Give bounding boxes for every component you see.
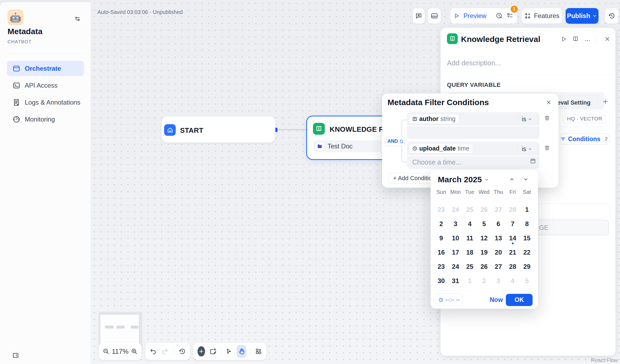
calendar-day[interactable]: 9 [434, 231, 448, 245]
description-placeholder[interactable]: Add description... [447, 59, 501, 67]
redo-icon[interactable] [161, 348, 168, 355]
calendar-day[interactable]: 15 [520, 231, 534, 245]
start-output-port[interactable] [275, 128, 277, 132]
calendar-day[interactable]: 23 [434, 259, 448, 274]
collapse-sidebar-button[interactable] [12, 351, 20, 359]
publish-button[interactable]: Publish [566, 8, 598, 24]
add-node-button[interactable] [198, 346, 205, 356]
comparator-dropdown[interactable]: is [522, 145, 532, 153]
hand-tool-button[interactable] [237, 345, 246, 358]
condition-field-name: upload_date [419, 145, 456, 152]
app-settings-button[interactable] [73, 15, 82, 23]
zoom-level[interactable]: 117% [112, 348, 128, 355]
calendar-icon[interactable] [530, 158, 536, 164]
prev-month-button[interactable] [509, 177, 515, 182]
close-panel-button[interactable] [604, 36, 611, 42]
calendar-day[interactable]: 27 [491, 259, 505, 274]
calendar-day[interactable]: 17 [448, 245, 463, 259]
chevron-down-icon [484, 177, 489, 182]
calendar-day[interactable]: 21 [505, 245, 520, 259]
env-variables-button[interactable]: ENV [428, 8, 441, 24]
now-button[interactable]: Now [490, 296, 503, 304]
checklist-icon[interactable] [506, 12, 513, 19]
knowledge-doc-item[interactable]: Test Doc [313, 140, 381, 152]
chat-variable-button[interactable] [413, 8, 425, 24]
calendar-day[interactable]: 1 [520, 202, 534, 217]
calendar-day[interactable]: 5 [477, 217, 491, 231]
calendar-day[interactable]: 4 [463, 217, 477, 231]
ok-button[interactable]: OK [506, 294, 533, 306]
calendar-day[interactable]: 28 [505, 202, 520, 217]
calendar-day[interactable]: 2 [477, 274, 491, 288]
calendar-day[interactable]: 24 [448, 202, 463, 217]
organize-blocks-icon[interactable] [255, 348, 262, 355]
calendar-day[interactable]: 31 [448, 274, 463, 288]
calendar-day[interactable]: 3 [491, 274, 505, 288]
calendar-day[interactable]: 12 [477, 231, 491, 245]
calendar-day[interactable]: 4 [505, 274, 520, 288]
calendar-day[interactable]: 20 [491, 245, 505, 259]
calendar-day[interactable]: 18 [463, 245, 477, 259]
calendar-day[interactable]: 28 [505, 259, 520, 274]
calendar-day[interactable]: 23 [434, 202, 448, 217]
zoom-out-icon[interactable] [103, 348, 110, 355]
sidebar-item-api-access[interactable]: API Access [7, 78, 84, 93]
play-icon[interactable] [454, 13, 460, 19]
calendar-day[interactable]: 3 [448, 217, 463, 231]
add-note-icon[interactable] [209, 348, 217, 355]
comparator-dropdown[interactable]: is [522, 116, 532, 123]
pointer-tool-icon[interactable] [226, 348, 232, 355]
calendar-day-today[interactable]: 14 [505, 231, 520, 245]
metadata-conditions-button[interactable]: Conditions 2 [560, 133, 610, 145]
undo-icon[interactable] [150, 348, 157, 355]
add-knowledge-button[interactable] [602, 98, 609, 105]
calendar-day[interactable]: 6 [491, 217, 505, 231]
delete-condition-button[interactable] [544, 145, 550, 151]
calendar-day[interactable]: 25 [463, 202, 477, 217]
more-options-button[interactable] [584, 37, 591, 44]
calendar-day[interactable]: 26 [477, 202, 491, 217]
app-avatar[interactable]: 🤖 [8, 9, 23, 25]
comparator-divider [518, 116, 518, 123]
calendar-day[interactable]: 10 [448, 231, 463, 245]
calendar-day[interactable]: 26 [477, 259, 491, 274]
calendar-day[interactable]: 5 [520, 274, 534, 288]
condition-field-chip[interactable]: upload_date time [409, 144, 473, 154]
calendar-day[interactable]: 30 [434, 274, 448, 288]
tools-divider [251, 347, 251, 355]
calendar-day[interactable]: 29 [520, 259, 534, 274]
sidebar-item-monitoring[interactable]: Monitoring [7, 112, 84, 127]
calendar-day[interactable]: 25 [463, 259, 477, 274]
calendar-day[interactable]: 11 [463, 231, 477, 245]
docs-button[interactable] [572, 36, 579, 42]
version-history-button[interactable] [605, 8, 618, 24]
panel-header-divider [597, 35, 597, 42]
time-value-input[interactable]: Choose a time... [412, 158, 461, 166]
preview-button[interactable]: Preview [463, 12, 486, 20]
calendar-day[interactable]: 13 [491, 231, 505, 245]
calendar-day[interactable]: 7 [505, 217, 520, 231]
calendar-day[interactable]: 24 [448, 259, 463, 274]
sidebar-item-orchestrate[interactable]: Orchestrate [7, 61, 84, 76]
run-history-icon[interactable] [496, 12, 503, 19]
run-node-button[interactable] [561, 36, 567, 42]
month-selector[interactable]: March 2025 [438, 175, 489, 184]
logic-operator-toggle[interactable]: AND [386, 137, 405, 146]
close-modal-button[interactable] [546, 99, 552, 105]
calendar-day[interactable]: 16 [434, 245, 448, 259]
calendar-day[interactable]: 22 [520, 245, 534, 259]
calendar-day[interactable]: 19 [477, 245, 491, 259]
features-button[interactable]: Features [522, 8, 562, 24]
calendar-day[interactable]: 1 [463, 274, 477, 288]
calendar-day[interactable]: 8 [520, 217, 534, 231]
time-input[interactable]: --:-- -- [435, 294, 463, 306]
next-month-button[interactable] [523, 177, 529, 182]
zoom-in-icon[interactable] [131, 348, 138, 355]
condition-field-chip[interactable]: author string [409, 114, 459, 124]
node-start[interactable]: START [161, 116, 275, 142]
delete-condition-button[interactable] [544, 115, 550, 121]
calendar-day[interactable]: 27 [491, 202, 505, 217]
calendar-day[interactable]: 2 [434, 217, 448, 231]
change-history-icon[interactable] [179, 348, 186, 355]
sidebar-item-logs-annotations[interactable]: Logs & Annotations [7, 95, 84, 110]
